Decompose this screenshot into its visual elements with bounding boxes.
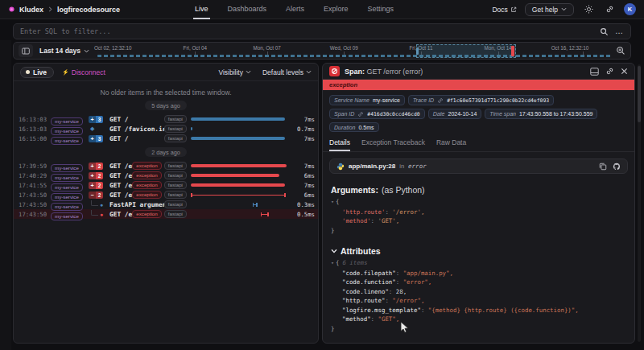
meta-span-id[interactable]: Span ID #416d30c0ccd46cd0 — [329, 109, 425, 119]
tab-details[interactable]: Details — [329, 138, 350, 151]
collapse-caret-icon[interactable]: ▾ — [331, 199, 334, 205]
chevron-down-icon — [246, 70, 251, 74]
exception-tag[interactable]: exception — [132, 171, 162, 179]
search-icon[interactable] — [600, 27, 609, 36]
fastapi-tag[interactable]: fastapi — [164, 115, 187, 123]
sun-icon — [584, 5, 593, 14]
fastapi-tag[interactable]: fastapi — [164, 125, 187, 133]
sql-filter-input[interactable] — [20, 27, 593, 35]
span-dot-icon: ● — [100, 202, 103, 208]
more-options-icon[interactable]: … — [615, 29, 624, 34]
row-timestamp: 17:43:50 — [17, 191, 51, 199]
fastapi-tag[interactable]: fastapi — [164, 200, 187, 208]
dock-panel-icon[interactable] — [590, 68, 599, 76]
service-tag[interactable]: my-service — [51, 212, 83, 220]
get-help-button[interactable]: Get help — [525, 3, 574, 16]
fastapi-tag[interactable]: fastapi — [164, 210, 187, 218]
expand-count-badge[interactable]: +2 — [89, 182, 103, 189]
service-tag[interactable]: my-service — [51, 137, 83, 145]
expand-count-badge[interactable]: +3 — [89, 135, 103, 142]
duration-bar — [191, 117, 285, 121]
attributes-heading[interactable]: Attributes — [331, 246, 626, 256]
attributes-code-block: ▾{6 items "code.filepath""app/main.py", … — [331, 258, 626, 333]
chevron-down-icon — [84, 49, 89, 53]
exception-tag[interactable]: exception — [132, 191, 162, 199]
expand-count-badge[interactable]: +3 — [89, 116, 103, 123]
sidebar-toggle-button[interactable] — [19, 44, 33, 57]
time-range-bar: Last 14 days Oct 02, 12:32:10 Fri, Oct 0… — [13, 42, 631, 60]
theme-toggle-button[interactable] — [582, 3, 595, 16]
fastapi-tag[interactable]: fastapi — [164, 181, 187, 189]
python-icon — [336, 163, 345, 171]
code-function-name: error — [408, 163, 427, 170]
span-name: GET /error (error) — [109, 211, 132, 218]
copy-icon[interactable] — [599, 163, 607, 171]
span-dot-icon: ● — [100, 212, 103, 217]
disconnect-button[interactable]: ⚡ Disconnect — [62, 68, 105, 76]
fastapi-tag[interactable]: fastapi — [164, 171, 187, 179]
close-icon[interactable] — [621, 68, 628, 75]
span-name: GET /error — [109, 172, 132, 179]
trace-row-child-selected[interactable]: 17:43:50 my-service ● GET /error (error)… — [14, 209, 318, 219]
error-span-icon — [329, 66, 340, 76]
meta-service-name: Service Name my-service — [329, 95, 405, 105]
span-diamond-icon: ◆ — [90, 126, 94, 132]
tab-raw-data[interactable]: Raw Data — [436, 138, 466, 151]
tab-settings[interactable]: Settings — [366, 0, 396, 19]
scrollbar[interactable] — [638, 64, 641, 342]
tab-explore[interactable]: Explore — [322, 0, 350, 19]
collapse-icon: − — [89, 191, 96, 199]
collapse-caret-icon[interactable]: ▾ — [331, 260, 334, 266]
link-icon[interactable] — [605, 67, 614, 76]
fastapi-tag[interactable]: fastapi — [164, 162, 187, 170]
selection-left-handle[interactable] — [416, 47, 419, 55]
code-location-bar: app/main.py:28 in error — [329, 159, 628, 174]
tab-live[interactable]: Live — [193, 0, 210, 19]
row-timestamp: 17:43:50 — [17, 201, 51, 208]
fastapi-tag[interactable]: fastapi — [164, 191, 187, 199]
timeline-selection[interactable] — [416, 44, 516, 58]
docs-link[interactable]: Docs — [492, 6, 516, 14]
collapse-count-badge[interactable]: −2 — [89, 191, 103, 199]
duration-bar-zone — [191, 180, 291, 190]
left-gutter — [0, 40, 11, 350]
logfire-logo-icon — [8, 6, 15, 13]
visibility-dropdown[interactable]: Visibility — [218, 68, 251, 76]
meta-trace-id[interactable]: Trace ID #f1c60e57391d771c290c0b22cd4ef0… — [408, 95, 554, 105]
live-panel-controls: Visibility Default levels — [218, 68, 312, 76]
tab-alerts[interactable]: Alerts — [284, 0, 306, 19]
timeline-zoom-button[interactable] — [616, 46, 625, 56]
attr-key: "code.function" — [342, 278, 403, 286]
span-meta: Service Name my-service Trace ID #f1c60e… — [323, 90, 634, 135]
fastapi-tag[interactable]: fastapi — [164, 134, 187, 142]
expand-count-badge[interactable]: +2 — [89, 163, 103, 170]
exception-tag[interactable]: exception — [132, 162, 162, 170]
default-levels-dropdown[interactable]: Default levels — [262, 68, 312, 76]
live-button[interactable]: Live — [20, 67, 54, 78]
exception-tag[interactable]: exception — [132, 181, 162, 189]
tab-dashboards[interactable]: Dashboards — [226, 0, 269, 19]
span-title: Span: GET /error (error) — [345, 68, 423, 76]
expand-icon: + — [89, 116, 96, 123]
exception-tag[interactable]: exception — [132, 210, 162, 218]
avatar[interactable]: K — [624, 3, 636, 15]
code-file-path[interactable]: app/main.py:28 — [349, 163, 395, 170]
github-icon[interactable] — [613, 163, 621, 171]
items-count-note: 6 items — [342, 259, 367, 266]
breadcrumb-org[interactable]: Kludex — [19, 6, 43, 14]
share-link-button[interactable] — [603, 3, 616, 16]
span-name: GET / — [109, 116, 164, 123]
selection-event-marker — [511, 46, 514, 56]
breadcrumb-project[interactable]: logfirecodesource — [57, 6, 120, 14]
expand-count-badge[interactable]: +2 — [89, 172, 103, 179]
time-range-label: Last 14 days — [39, 47, 80, 55]
tab-exception-traceback[interactable]: Exception Traceback — [361, 138, 425, 151]
arguments-code-block: ▾{ 'http.route''/error', 'method''GET', … — [331, 197, 626, 235]
trace-row[interactable]: 16:15:00 my-service +3 GET / fastapi 7ms — [14, 134, 318, 143]
scrollbar-thumb[interactable] — [638, 66, 641, 122]
attr-value: 28, — [396, 288, 407, 295]
timeline[interactable]: Oct 02, 12:32:10 Fri, Oct 04 Mon, Oct 07… — [97, 43, 611, 59]
duration-bar-zone — [191, 171, 291, 180]
top-bar-actions: Docs Get help K — [492, 3, 636, 16]
time-range-dropdown[interactable]: Last 14 days — [39, 47, 89, 55]
